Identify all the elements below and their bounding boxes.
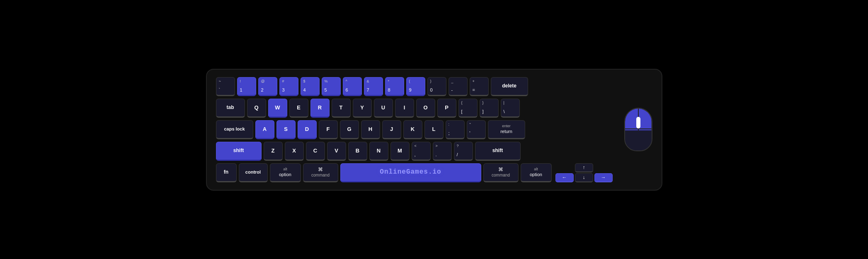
key-arrow-right[interactable]: → [594,173,613,182]
key-v[interactable]: V [327,142,346,161]
key-arrow-left[interactable]: ← [555,173,574,182]
key-left-bracket[interactable]: {[ [458,99,478,118]
key-enter[interactable]: enter return [488,120,525,139]
key-h[interactable]: H [361,120,380,139]
key-row-asdf: caps lock A S D F G H J K L :; "' enter … [216,120,613,139]
key-period[interactable]: >. [433,142,452,161]
key-k[interactable]: K [403,120,422,139]
key-w[interactable]: W [268,99,287,118]
keyboard: ~` !1 @2 #3 $4 %5 ^6 &7 *8 (9 )0 _- += d… [216,77,613,182]
key-i[interactable]: I [395,99,414,118]
key-l[interactable]: L [424,120,444,139]
key-slash[interactable]: ?/ [454,142,473,161]
key-5[interactable]: %5 [322,77,341,96]
arrow-row-top: ↑ [555,163,613,172]
key-j[interactable]: J [382,120,401,139]
arrow-row-bottom: ← ↓ → [555,173,613,182]
key-delete[interactable]: delete [491,77,528,96]
key-spacebar[interactable]: OnlineGames.io [340,163,481,182]
key-y[interactable]: Y [353,99,372,118]
key-c[interactable]: C [306,142,325,161]
key-4[interactable]: $4 [301,77,320,96]
key-2[interactable]: @2 [258,77,277,96]
key-b[interactable]: B [348,142,367,161]
mouse-divider [625,128,652,129]
key-command-left[interactable]: ⌘ command [303,163,338,182]
key-alt-left[interactable]: alt option [270,163,301,182]
key-f[interactable]: F [319,120,338,139]
key-7[interactable]: &7 [364,77,383,96]
key-1[interactable]: !1 [237,77,256,96]
key-arrow-up[interactable]: ↑ [575,163,593,172]
mouse-scroll-wheel[interactable] [636,117,640,128]
mouse [624,108,652,151]
key-8[interactable]: *8 [385,77,404,96]
key-tilde[interactable]: ~` [216,77,235,96]
key-t[interactable]: T [332,99,351,118]
key-right-bracket[interactable]: }] [480,99,499,118]
key-e[interactable]: E [289,99,308,118]
key-row-numbers: ~` !1 @2 #3 $4 %5 ^6 &7 *8 (9 )0 _- += d… [216,77,613,96]
key-tab[interactable]: tab [216,99,245,118]
key-a[interactable]: A [255,120,274,139]
key-shift-right[interactable]: shift [475,142,521,161]
key-backslash[interactable]: |\ [501,99,520,118]
key-command-right[interactable]: ⌘ command [483,163,519,182]
key-0[interactable]: )0 [427,77,446,96]
mouse-body[interactable] [624,108,652,151]
key-z[interactable]: Z [264,142,283,161]
key-r[interactable]: R [310,99,330,118]
key-shift-left[interactable]: shift [216,142,262,161]
key-u[interactable]: U [374,99,393,118]
key-9[interactable]: (9 [406,77,425,96]
key-row-qwerty: tab Q W E R T Y U I O P {[ }] |\ [216,99,613,118]
key-g[interactable]: G [340,120,359,139]
key-comma[interactable]: <, [412,142,431,161]
key-quote[interactable]: "' [467,120,486,139]
key-s[interactable]: S [276,120,296,139]
key-arrow-down[interactable]: ↓ [575,173,593,182]
mouse-bottom-half [625,131,652,150]
key-p[interactable]: P [437,99,456,118]
key-control[interactable]: control [239,163,268,182]
key-q[interactable]: Q [247,99,266,118]
key-caps-lock[interactable]: caps lock [216,120,253,139]
key-m[interactable]: M [390,142,410,161]
key-equals[interactable]: += [470,77,489,96]
key-6[interactable]: ^6 [343,77,362,96]
key-minus[interactable]: _- [449,77,468,96]
arrow-cluster: ↑ ← ↓ → [555,163,613,182]
key-alt-right[interactable]: alt option [521,163,552,182]
key-3[interactable]: #3 [279,77,298,96]
key-o[interactable]: O [416,99,435,118]
key-semicolon[interactable]: :; [446,120,465,139]
key-x[interactable]: X [285,142,304,161]
key-fn[interactable]: fn [216,163,237,182]
keyboard-container: ~` !1 @2 #3 $4 %5 ^6 &7 *8 (9 )0 _- += d… [206,69,662,191]
key-row-zxcv: shift Z X C V B N M <, >. ?/ shift [216,142,613,161]
key-d[interactable]: D [298,120,317,139]
key-n[interactable]: N [369,142,388,161]
key-row-bottom: fn control alt option ⌘ command OnlineGa… [216,163,613,182]
